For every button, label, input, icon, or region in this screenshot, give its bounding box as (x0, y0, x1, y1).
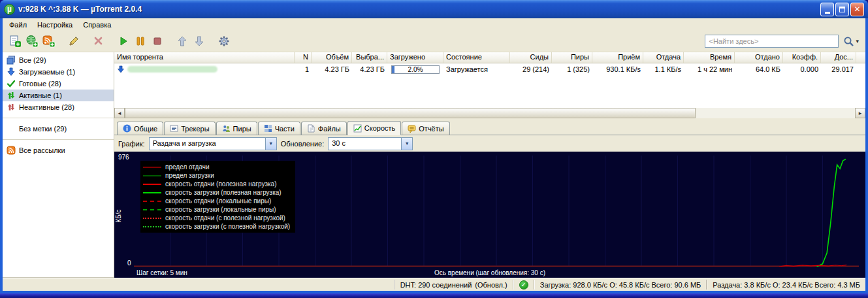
column-header-ratio[interactable]: Коэфф. (783, 52, 821, 63)
sidebar-item-label: Неактивные (28) (19, 103, 74, 111)
column-header-peers[interactable]: Пиры (552, 52, 592, 63)
sidebar-item-inactive[interactable]: Неактивные (28) (3, 101, 114, 113)
stop-button[interactable] (149, 33, 166, 50)
trackers-tab-icon (170, 124, 178, 133)
settings-gear-icon (217, 35, 231, 48)
add-torrent-url-button[interactable] (24, 33, 40, 50)
move-up-button[interactable] (174, 33, 191, 50)
legend-item: скорость загрузки (локальные пиры) (143, 205, 290, 214)
minimize-button[interactable] (820, 3, 834, 16)
toolbar: ▾ (3, 31, 865, 52)
sidebar-item-active[interactable]: Активные (1) (3, 90, 114, 101)
tab-label: Общие (134, 125, 157, 133)
window-title: v:928 K ^:3.88 K — µTorrent 2.0.4 (18, 5, 820, 14)
y-axis-max-label: 976 (118, 154, 129, 161)
column-header-size[interactable]: Объём (312, 52, 352, 63)
legend-line-swatch (143, 218, 161, 219)
graph-select[interactable]: Раздача и загрузка ▼ (149, 137, 277, 150)
downloading-icon (7, 67, 16, 76)
pause-button[interactable] (132, 33, 149, 50)
column-header-selected[interactable]: Выбра... (352, 52, 387, 63)
scroll-right-button[interactable]: ▸ (855, 108, 865, 118)
graph-select-value: Раздача и загрузка (150, 138, 265, 150)
sidebar-item-completed[interactable]: Готовые (28) (3, 78, 114, 90)
column-header-number[interactable]: N (295, 52, 312, 63)
legend-item: скорость загрузки (полезная нагрузка) (143, 188, 290, 197)
maximize-button[interactable] (835, 3, 849, 16)
sidebar-item-label: Готовые (28) (19, 80, 61, 88)
search-icon (843, 36, 854, 47)
menu-file[interactable]: Файл (4, 20, 32, 30)
add-torrent-button[interactable] (7, 33, 24, 50)
remove-button[interactable] (90, 33, 107, 50)
column-header-eta[interactable]: Время (684, 52, 735, 63)
menu-options[interactable]: Настройка (32, 20, 78, 30)
utorrent-window: µ v:928 K ^:3.88 K — µTorrent 2.0.4 ✕ Фа… (0, 0, 868, 293)
tab-speed[interactable]: Скорость (347, 121, 402, 135)
tab-peers[interactable]: Пиры (216, 122, 257, 135)
app-icon[interactable]: µ (4, 4, 15, 15)
sidebar-item-label: Все (29) (19, 56, 46, 64)
tab-label: Файлы (318, 125, 341, 133)
legend-label: скорость отдачи (локальные пиры) (165, 197, 271, 205)
tab-files[interactable]: Файлы (301, 122, 347, 135)
search-dropdown-caret-icon: ▾ (856, 38, 859, 44)
scroll-right-icon: ▸ (859, 110, 862, 116)
update-interval-select[interactable]: 30 с ▼ (328, 137, 413, 150)
move-down-button[interactable] (191, 33, 208, 50)
app-logo-glyph: µ (7, 5, 12, 14)
titlebar: µ v:928 K ^:3.88 K — µTorrent 2.0.4 ✕ (0, 0, 868, 18)
update-interval-arrow-icon: ▼ (401, 138, 412, 150)
dht-status-text: DHT: 290 соединений (400, 281, 472, 289)
legend-label: предел отдачи (165, 163, 210, 171)
sidebar-item-label: Загружаемые (1) (19, 68, 75, 76)
legend-line-swatch (143, 167, 161, 168)
legend-line-swatch (143, 175, 161, 176)
legend-item: скорость загрузки (с полезной нагрузкой) (143, 222, 290, 231)
column-header-down-speed[interactable]: Приём (592, 52, 643, 63)
tab-label: Пиры (233, 125, 251, 133)
sidebar-item-downloading[interactable]: Загружаемые (1) (3, 66, 114, 78)
preferences-button[interactable] (216, 33, 233, 50)
search-input[interactable] (705, 35, 839, 48)
scroll-left-button[interactable]: ◂ (114, 108, 125, 118)
update-interval-value: 30 с (329, 138, 401, 150)
legend-label: предел загрузки (165, 172, 214, 179)
column-header-uploaded[interactable]: Отдано (735, 52, 783, 63)
row-filler (856, 69, 865, 70)
menu-help[interactable]: Справка (78, 20, 116, 30)
rss-feeds-icon (7, 146, 16, 155)
torrent-selected-size: 4.23 ГБ (352, 65, 387, 74)
tab-logger[interactable]: Отчёты (402, 122, 449, 135)
column-header-up-speed[interactable]: Отдача (643, 52, 684, 63)
start-button[interactable] (115, 33, 132, 50)
column-header-done[interactable]: Загружено (387, 52, 443, 63)
column-header-seeds[interactable]: Сиды (510, 52, 552, 63)
create-torrent-button[interactable] (65, 33, 82, 50)
download-status-text: Загрузка: 928.0 КБ/с О: 45.8 КБ/с Всего:… (540, 281, 701, 289)
column-header-status[interactable]: Состояние (443, 52, 510, 63)
close-button[interactable]: ✕ (850, 3, 864, 16)
create-torrent-icon (67, 35, 80, 48)
sidebar-item-no-label[interactable]: Без метки (29) (3, 123, 114, 135)
tab-label: Скорость (364, 124, 396, 132)
add-rss-feed-button[interactable] (40, 33, 57, 50)
torrent-peers: 1 (325) (552, 65, 592, 74)
sidebar-item-all-feeds[interactable]: Все рассылки (3, 144, 114, 156)
tab-general[interactable]: Общие (117, 122, 163, 135)
progress-percent: 2.0% (392, 66, 439, 73)
horizontal-scrollbar[interactable]: ◂ ▸ (114, 108, 865, 118)
sidebar-item-all[interactable]: Все (29) (3, 54, 114, 66)
taskbar-edge (0, 293, 868, 298)
column-header-availability[interactable]: Дос... (821, 52, 856, 63)
search-button[interactable]: ▾ (841, 35, 861, 48)
scrollbar-thumb[interactable] (125, 108, 696, 118)
tab-pieces[interactable]: Части (258, 122, 300, 135)
legend-item: предел загрузки (143, 171, 290, 180)
torrent-row[interactable]: 1 4.23 ГБ 4.23 ГБ 2.0% Загружается 29 (2… (114, 63, 865, 75)
column-header-name[interactable]: Имя торрента (114, 52, 295, 63)
tab-trackers[interactable]: Трекеры (164, 122, 215, 135)
upload-status-text: Раздача: 3.8 КБ/с О: 23.4 КБ/с Всего: 4.… (713, 281, 860, 289)
network-ok-icon: ✓ (519, 280, 528, 290)
close-icon: ✕ (854, 5, 860, 14)
